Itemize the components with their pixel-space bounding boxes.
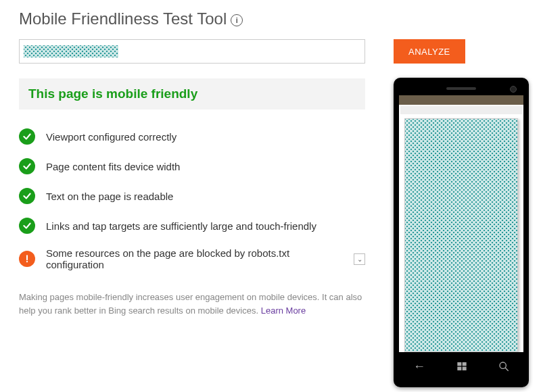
check-ok-icon bbox=[19, 188, 35, 204]
check-ok-icon bbox=[19, 218, 35, 234]
analyze-button[interactable]: ANALYZE bbox=[394, 39, 465, 64]
url-input[interactable] bbox=[19, 39, 365, 64]
result-headline: This page is mobile friendly bbox=[19, 78, 365, 109]
check-row: Links and tap targets are sufficiently l… bbox=[19, 211, 365, 241]
phone-page-content bbox=[404, 118, 518, 352]
svg-point-5 bbox=[500, 362, 506, 368]
phone-bezel-top bbox=[398, 82, 525, 95]
back-icon: ← bbox=[413, 360, 425, 374]
check-row: Page content fits device width bbox=[19, 151, 365, 181]
check-label: Some resources on the page are blocked b… bbox=[46, 247, 350, 270]
check-ok-icon bbox=[19, 128, 35, 145]
redacted-url-content bbox=[24, 45, 118, 57]
phone-browser-bar bbox=[399, 95, 523, 105]
check-row: Text on the page is readable bbox=[19, 181, 365, 211]
windows-icon bbox=[456, 361, 467, 372]
check-warn-icon bbox=[19, 251, 35, 267]
check-label: Text on the page is readable bbox=[46, 191, 173, 202]
phone-camera-icon bbox=[510, 86, 517, 93]
svg-rect-1 bbox=[457, 362, 461, 366]
learn-more-link[interactable]: Learn More bbox=[261, 305, 306, 316]
svg-rect-3 bbox=[457, 367, 461, 370]
check-label: Page content fits device width bbox=[46, 161, 180, 172]
check-row: Some resources on the page are blocked b… bbox=[19, 241, 365, 277]
footer-text: Making pages mobile-friendly increases u… bbox=[19, 292, 362, 316]
phone-preview: ← bbox=[394, 78, 529, 387]
svg-point-0 bbox=[26, 261, 28, 262]
svg-line-6 bbox=[505, 368, 509, 371]
check-ok-icon bbox=[19, 158, 35, 174]
search-icon bbox=[498, 361, 509, 372]
svg-rect-4 bbox=[463, 367, 467, 370]
info-icon[interactable]: i bbox=[231, 14, 243, 26]
svg-rect-2 bbox=[463, 362, 467, 366]
phone-screen bbox=[399, 95, 523, 352]
page-title: Mobile Friendliness Test Tool bbox=[19, 9, 227, 28]
check-label: Viewport configured correctly bbox=[46, 131, 177, 143]
checks-list: Viewport configured correctly Page conte… bbox=[19, 122, 365, 277]
check-label: Links and tap targets are sufficiently l… bbox=[46, 220, 316, 232]
phone-nav-bar: ← bbox=[398, 352, 525, 381]
phone-speaker-icon bbox=[446, 87, 476, 90]
footer-note: Making pages mobile-friendly increases u… bbox=[19, 291, 365, 317]
chevron-down-icon[interactable]: ⌄ bbox=[354, 253, 365, 265]
phone-address-bar bbox=[400, 106, 522, 114]
check-row: Viewport configured correctly bbox=[19, 122, 365, 151]
